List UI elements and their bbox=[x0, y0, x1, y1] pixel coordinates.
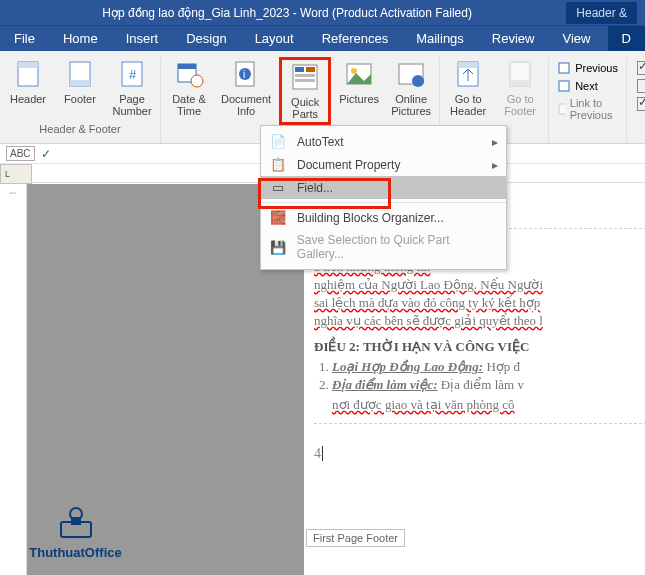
svg-point-20 bbox=[412, 75, 424, 87]
abc-badge: ABC bbox=[6, 146, 35, 161]
separator bbox=[261, 202, 506, 203]
svg-rect-27 bbox=[559, 104, 566, 114]
pictures-icon bbox=[344, 59, 374, 89]
document-page[interactable]: nhiệm công việc và c a trên những thông … bbox=[304, 229, 645, 575]
goto-footer-button[interactable]: Go to Footer bbox=[496, 57, 544, 119]
menu-file[interactable]: File bbox=[0, 26, 49, 51]
dd-building-blocks[interactable]: 🧱Building Blocks Organizer... bbox=[261, 206, 506, 229]
dd-save-selection: 💾Save Selection to Quick Part Gallery... bbox=[261, 229, 506, 265]
svg-point-8 bbox=[191, 75, 203, 87]
svg-rect-26 bbox=[559, 81, 569, 91]
checkbox-icon bbox=[637, 97, 645, 111]
previous-button[interactable]: Previous bbox=[557, 61, 618, 75]
menu-bar: File Home Insert Design Layout Reference… bbox=[0, 25, 645, 51]
svg-rect-22 bbox=[458, 62, 478, 68]
building-blocks-icon: 🧱 bbox=[269, 210, 287, 225]
doc-list: Loại Hợp Đồng Lao Động: Hợp đ Địa điểm l… bbox=[332, 359, 645, 393]
goto-header-icon bbox=[453, 59, 483, 89]
show-doc-check[interactable]: Sh bbox=[637, 97, 645, 111]
svg-rect-16 bbox=[295, 79, 315, 82]
title-bar: Hợp đồng lao động_Gia Linh_2023 - Word (… bbox=[0, 0, 645, 25]
svg-rect-13 bbox=[295, 67, 304, 72]
menu-layout[interactable]: Layout bbox=[241, 26, 308, 51]
check-icon: ✓ bbox=[41, 147, 51, 161]
quick-parts-button[interactable]: Quick Parts bbox=[282, 60, 328, 122]
diff-odd-check[interactable]: Dif bbox=[637, 79, 645, 93]
svg-rect-24 bbox=[510, 80, 530, 86]
next-button[interactable]: Next bbox=[557, 79, 618, 93]
svg-rect-7 bbox=[178, 64, 196, 69]
online-pictures-button[interactable]: Online Pictures bbox=[387, 57, 435, 125]
goto-header-button[interactable]: Go to Header bbox=[444, 57, 492, 119]
svg-text:i: i bbox=[243, 69, 245, 80]
diff-first-check[interactable]: Dif bbox=[637, 61, 645, 75]
ruler-corner: L bbox=[0, 164, 32, 184]
autotext-icon: 📄 bbox=[269, 134, 287, 149]
doc-info-icon: i bbox=[231, 59, 261, 89]
svg-point-18 bbox=[351, 68, 357, 74]
ribbon-options: Dif Dif Sh bbox=[626, 57, 645, 143]
menu-references[interactable]: References bbox=[308, 26, 402, 51]
link-to-previous-button[interactable]: Link to Previous bbox=[557, 97, 618, 121]
menu-design[interactable]: Design bbox=[172, 26, 240, 51]
page-number-icon: # bbox=[117, 59, 147, 89]
menu-review[interactable]: Review bbox=[478, 26, 549, 51]
svg-rect-30 bbox=[71, 517, 81, 525]
link-icon bbox=[557, 102, 566, 116]
doc-property-icon: 📋 bbox=[269, 157, 287, 172]
date-time-button[interactable]: Date & Time bbox=[165, 57, 213, 125]
chevron-right-icon: ▸ bbox=[492, 158, 498, 172]
ribbon-group-headerfooter: Header Footer # Page Number Header & Foo… bbox=[0, 57, 161, 143]
svg-rect-14 bbox=[306, 67, 315, 72]
chevron-right-icon: ▸ bbox=[492, 135, 498, 149]
header-icon bbox=[13, 59, 43, 89]
footer-page-number[interactable]: 4 bbox=[314, 446, 321, 461]
window-title: Hợp đồng lao động_Gia Linh_2023 - Word (… bbox=[8, 6, 566, 20]
dd-autotext[interactable]: 📄AutoText▸ bbox=[261, 130, 506, 153]
footer-icon bbox=[65, 59, 95, 89]
quick-parts-dropdown: 📄AutoText▸ 📋Document Property▸ ▭Field...… bbox=[260, 125, 507, 270]
menu-mailings[interactable]: Mailings bbox=[402, 26, 478, 51]
dd-field[interactable]: ▭Field... bbox=[261, 176, 506, 199]
next-icon bbox=[557, 79, 571, 93]
field-icon: ▭ bbox=[269, 180, 287, 195]
svg-rect-3 bbox=[70, 80, 90, 86]
document-info-button[interactable]: i Document Info bbox=[217, 57, 275, 125]
menu-view[interactable]: View bbox=[548, 26, 604, 51]
header-button[interactable]: Header bbox=[4, 57, 52, 119]
menu-home[interactable]: Home bbox=[49, 26, 112, 51]
menu-insert[interactable]: Insert bbox=[112, 26, 173, 51]
footer-button[interactable]: Footer bbox=[56, 57, 104, 119]
watermark-logo: ThuthuatOffice bbox=[18, 502, 133, 560]
goto-footer-icon bbox=[505, 59, 535, 89]
context-tab[interactable]: Header & bbox=[566, 2, 637, 24]
quick-parts-icon bbox=[290, 62, 320, 92]
svg-rect-15 bbox=[295, 74, 315, 77]
svg-rect-1 bbox=[18, 62, 38, 68]
checkbox-icon bbox=[637, 61, 645, 75]
dd-document-property[interactable]: 📋Document Property▸ bbox=[261, 153, 506, 176]
checkbox-icon bbox=[637, 79, 645, 93]
first-page-footer-tag: First Page Footer bbox=[306, 529, 405, 547]
save-icon: 💾 bbox=[269, 240, 287, 255]
calendar-icon bbox=[174, 59, 204, 89]
logo-icon bbox=[51, 502, 101, 542]
prev-icon bbox=[557, 61, 571, 75]
menu-right[interactable]: D bbox=[608, 26, 645, 51]
svg-rect-25 bbox=[559, 63, 569, 73]
ribbon-nav-links: Previous Next Link to Previous bbox=[549, 57, 626, 143]
pictures-button[interactable]: Pictures bbox=[335, 57, 383, 125]
doc-heading: ĐIỀU 2: THỜI HẠN VÀ CÔNG VIỆC bbox=[314, 339, 645, 355]
svg-text:#: # bbox=[129, 67, 137, 82]
quick-parts-highlight: Quick Parts bbox=[279, 57, 331, 125]
online-pictures-icon bbox=[396, 59, 426, 89]
page-number-button[interactable]: # Page Number bbox=[108, 57, 156, 119]
